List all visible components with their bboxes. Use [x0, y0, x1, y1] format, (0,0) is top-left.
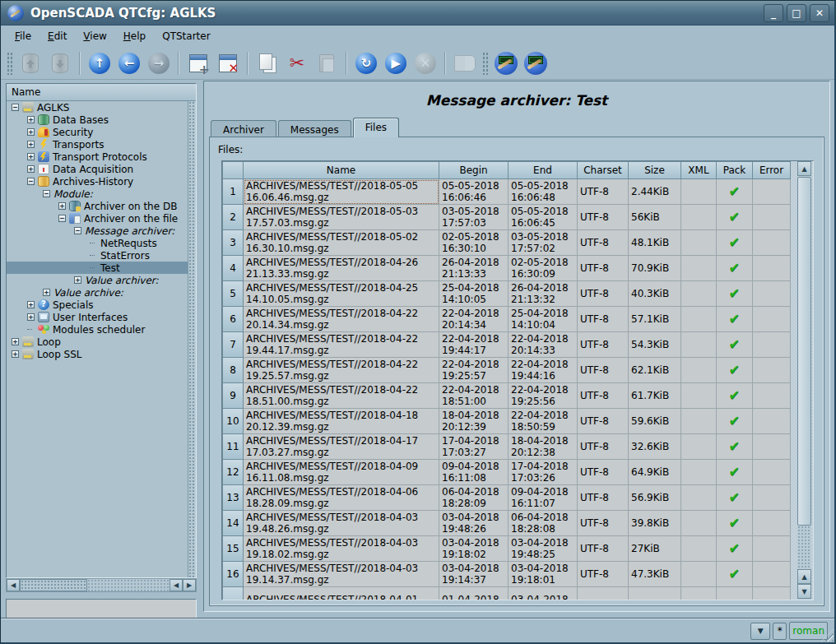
- name-cell[interactable]: ARCHIVES/MESS/TEST//2018-04-17 17.03.27.…: [244, 434, 439, 460]
- scroll-left-button2[interactable]: ◀: [170, 579, 183, 591]
- tab-archiver[interactable]: Archiver: [211, 120, 276, 137]
- charset-cell[interactable]: UTF-8: [578, 179, 629, 205]
- expand-icon[interactable]: +: [27, 153, 35, 160]
- scrollbar-thumb[interactable]: [20, 579, 87, 591]
- tree-item-aglks[interactable]: −AGLKS: [7, 101, 188, 114]
- xml-cell[interactable]: [681, 485, 717, 511]
- delete-item-button[interactable]: [215, 50, 241, 76]
- copy-button[interactable]: [254, 50, 281, 76]
- expand-icon[interactable]: +: [12, 350, 19, 358]
- size-cell[interactable]: 64.9KiB: [629, 460, 681, 485]
- error-cell[interactable]: [753, 409, 791, 434]
- charset-cell[interactable]: UTF-8: [578, 562, 629, 587]
- end-cell[interactable]: 02-05-2018 16:30:09: [509, 256, 578, 281]
- error-cell[interactable]: [753, 485, 791, 511]
- expand-icon[interactable]: +: [27, 301, 35, 308]
- begin-cell[interactable]: 22-04-2018 19:25:57: [439, 358, 509, 383]
- charset-cell[interactable]: UTF-8: [578, 511, 629, 536]
- expand-icon[interactable]: +: [74, 276, 81, 284]
- row-number-cell[interactable]: 15: [222, 536, 244, 562]
- size-cell[interactable]: 54.3KiB: [629, 332, 681, 358]
- row-number-cell[interactable]: 16: [222, 562, 244, 587]
- pack-cell[interactable]: ✔: [717, 230, 753, 256]
- xml-cell[interactable]: [681, 179, 717, 205]
- tree-item-transports[interactable]: +Transports: [7, 138, 188, 151]
- size-cell[interactable]: 40.3KiB: [629, 281, 681, 307]
- tree-item-data-acquisition[interactable]: +Data Acquisition: [7, 163, 188, 175]
- start-button[interactable]: ▶: [383, 50, 409, 76]
- error-cell[interactable]: [753, 307, 791, 332]
- scroll-up-icon2[interactable]: ▲: [797, 569, 811, 584]
- tab-messages[interactable]: Messages: [278, 120, 351, 137]
- column-header-charset[interactable]: Charset: [578, 161, 629, 179]
- begin-cell[interactable]: 22-04-2018 20:14:34: [439, 307, 509, 332]
- row-number-cell[interactable]: 5: [222, 281, 244, 307]
- scroll-up-icon[interactable]: ▲: [797, 161, 811, 176]
- charset-cell[interactable]: UTF-8: [578, 281, 629, 307]
- menu-item-file[interactable]: File: [7, 28, 39, 44]
- tree-item-archiver-on-the-db[interactable]: +Archiver on the DB: [7, 200, 188, 212]
- size-cell[interactable]: 61.7KiB: [629, 383, 681, 409]
- size-cell[interactable]: 62.1KiB: [629, 358, 681, 383]
- tree-item-modules-scheduler[interactable]: Modules scheduler: [7, 323, 188, 336]
- tree-item-test[interactable]: Test: [7, 262, 188, 274]
- scroll-right-button[interactable]: ▶: [183, 579, 196, 591]
- name-cell[interactable]: ARCHIVES/MESS/TEST//2018-04-22 19.25.57.…: [244, 358, 439, 383]
- size-cell[interactable]: 57.1KiB: [629, 307, 681, 332]
- charset-cell[interactable]: UTF-8: [578, 256, 629, 281]
- collapse-icon[interactable]: −: [12, 104, 19, 111]
- pack-cell[interactable]: ✔: [717, 205, 753, 230]
- end-cell[interactable]: 03-04-2018 19:48:25: [509, 536, 578, 562]
- end-cell[interactable]: 09-04-2018 16:11:07: [509, 485, 578, 511]
- begin-cell[interactable]: 25-04-2018 14:10:05: [439, 281, 509, 307]
- qtstarter-launch-button[interactable]: [522, 50, 549, 76]
- charset-cell[interactable]: UTF-8: [578, 536, 629, 562]
- tree-item-security[interactable]: +Security: [7, 126, 188, 138]
- name-cell[interactable]: ARCHIVES/MESS/TEST//2018-04-06 18.28.09.…: [244, 485, 439, 511]
- charset-cell[interactable]: UTF-8: [578, 434, 629, 460]
- xml-cell[interactable]: [681, 587, 717, 600]
- tree-item-loop-ssl[interactable]: +Loop SSL: [7, 348, 188, 360]
- xml-cell[interactable]: [681, 256, 717, 281]
- end-cell[interactable]: 25-04-2018 14:10:04: [509, 307, 578, 332]
- cut-button[interactable]: ✂: [284, 50, 310, 76]
- charset-cell[interactable]: UTF-8: [578, 332, 629, 358]
- name-cell[interactable]: ARCHIVES/MESS/TEST//2018-05-03 17.57.03.…: [244, 205, 439, 230]
- begin-cell[interactable]: 18-04-2018 20:12:39: [439, 409, 509, 434]
- tree-item-loop[interactable]: +Loop: [7, 336, 188, 348]
- end-cell[interactable]: 06-04-2018 18:28:08: [509, 511, 578, 536]
- begin-cell[interactable]: 03-04-2018 19:48:26: [439, 511, 509, 536]
- tree-horizontal-scrollbar[interactable]: ◀ ◀ ▶: [6, 578, 197, 592]
- tree-item-data-bases[interactable]: +Data Bases: [7, 114, 188, 126]
- pack-cell[interactable]: ✔: [717, 562, 753, 587]
- row-number-cell[interactable]: 7: [222, 332, 244, 358]
- end-cell[interactable]: 03-04-2018 19:18:01: [509, 562, 578, 587]
- add-item-button[interactable]: [185, 50, 211, 76]
- status-dropdown-button[interactable]: ▼: [750, 623, 770, 640]
- pack-cell[interactable]: ✔: [717, 179, 753, 205]
- end-cell[interactable]: 03-04-2018: [509, 587, 578, 600]
- column-header-error[interactable]: Error: [753, 161, 791, 179]
- column-header-xml[interactable]: XML: [681, 161, 717, 179]
- column-header-end[interactable]: End: [509, 161, 578, 179]
- xml-cell[interactable]: [681, 511, 717, 536]
- xml-cell[interactable]: [681, 307, 717, 332]
- error-cell[interactable]: [753, 434, 791, 460]
- menu-item-help[interactable]: Help: [116, 28, 153, 44]
- end-cell[interactable]: 26-04-2018 21:13:32: [509, 281, 578, 307]
- name-cell[interactable]: ARCHIVES/MESS/TEST//2018-04-22 20.14.34.…: [244, 307, 439, 332]
- up-button[interactable]: ↑: [86, 50, 113, 76]
- size-cell[interactable]: 47.3KiB: [629, 562, 681, 587]
- tree-item-value-archive[interactable]: +Value archive:: [7, 286, 188, 299]
- row-number-cell[interactable]: 8: [222, 358, 244, 383]
- error-cell[interactable]: [753, 383, 791, 409]
- end-cell[interactable]: 22-04-2018 19:25:56: [509, 383, 578, 409]
- pack-cell[interactable]: ✔: [717, 536, 753, 562]
- pack-cell[interactable]: [717, 587, 753, 600]
- column-header-rownum[interactable]: [222, 161, 244, 179]
- menu-item-qtstarter[interactable]: QTStarter: [155, 28, 217, 44]
- begin-cell[interactable]: 03-04-2018 19:18:02: [439, 536, 509, 562]
- pack-cell[interactable]: ✔: [717, 281, 753, 307]
- row-number-cell[interactable]: 3: [222, 230, 244, 256]
- begin-cell[interactable]: 05-05-2018 16:06:46: [439, 179, 509, 205]
